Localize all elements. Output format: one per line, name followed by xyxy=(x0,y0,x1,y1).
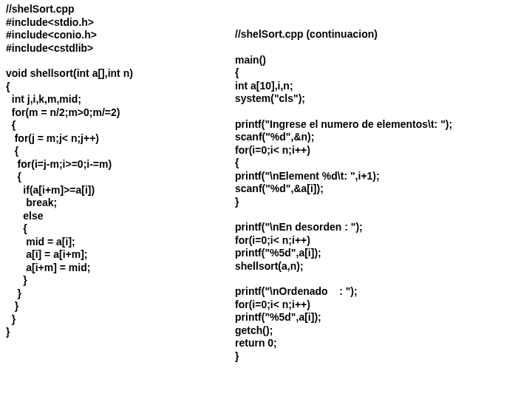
code-line: scanf("%d",&n); xyxy=(235,131,526,144)
code-line: if(a[i+m]>=a[i]) xyxy=(6,184,235,197)
code-line: { xyxy=(6,222,235,236)
code-line: getch(); xyxy=(235,324,526,338)
code-line: printf("\nElement %d\t: ",i+1); xyxy=(235,170,526,183)
code-line: } xyxy=(6,326,235,339)
code-line: #include<conio.h> xyxy=(6,29,235,42)
code-line: break; xyxy=(6,197,235,210)
code-line xyxy=(235,16,526,28)
code-line: } xyxy=(6,313,235,327)
code-line: for(i=j-m;i>=0;i-=m) xyxy=(6,158,235,171)
left-code-column: //shelSort.cpp #include<stdio.h> #includ… xyxy=(6,3,235,363)
code-line xyxy=(235,41,526,54)
code-line: printf("\nOrdenado : "); xyxy=(235,285,526,299)
code-line: printf("Ingrese el numero de elementos\t… xyxy=(235,118,526,132)
code-line: { xyxy=(6,119,235,132)
code-line: } xyxy=(6,274,235,287)
code-line: #include<stdio.h> xyxy=(6,16,235,30)
code-line: { xyxy=(6,171,235,184)
code-line: else xyxy=(6,210,235,223)
code-line xyxy=(235,106,526,118)
code-line xyxy=(235,208,526,221)
code-line: main() xyxy=(235,54,526,67)
code-line: #include<cstdlib> xyxy=(6,42,235,55)
code-line: scanf("%d",&a[i]); xyxy=(235,183,526,196)
code-document: //shelSort.cpp #include<stdio.h> #includ… xyxy=(0,0,532,366)
code-line: { xyxy=(235,157,526,170)
code-line: int j,i,k,m,mid; xyxy=(6,93,235,106)
code-line: } xyxy=(6,300,235,313)
code-line: for(i=0;i< n;i++) xyxy=(235,299,526,312)
code-line: for(j = m;j< n;j++) xyxy=(6,132,235,146)
code-line: { xyxy=(6,145,235,158)
code-line: printf("%5d",a[i]); xyxy=(235,311,526,324)
code-line: for(i=0;i< n;i++) xyxy=(235,234,526,248)
code-line: } xyxy=(6,287,235,301)
code-line: printf("%5d",a[i]); xyxy=(235,247,526,260)
code-line: system("cls"); xyxy=(235,92,526,106)
code-line: //shelSort.cpp (continuacion) xyxy=(235,28,526,41)
code-line: shellsort(a,n); xyxy=(235,260,526,273)
code-line: { xyxy=(235,66,526,80)
code-line xyxy=(235,3,526,16)
code-line: } xyxy=(235,350,526,364)
code-line: void shellsort(int a[],int n) xyxy=(6,67,235,81)
code-line: return 0; xyxy=(235,337,526,350)
code-line: for(i=0;i< n;i++) xyxy=(235,144,526,157)
code-line: { xyxy=(6,81,235,94)
code-line xyxy=(235,273,526,285)
code-line: for(m = n/2;m>0;m/=2) xyxy=(6,106,235,120)
right-code-column: //shelSort.cpp (continuacion) main() { i… xyxy=(235,3,526,363)
code-line: //shelSort.cpp xyxy=(6,3,235,16)
code-line xyxy=(6,55,235,67)
code-line: mid = a[i]; xyxy=(6,236,235,249)
code-line: a[i] = a[i+m]; xyxy=(6,248,235,262)
code-line: a[i+m] = mid; xyxy=(6,262,235,275)
code-line: } xyxy=(235,196,526,209)
code-line: int a[10],i,n; xyxy=(235,80,526,93)
code-line: printf("\nEn desorden : "); xyxy=(235,221,526,234)
